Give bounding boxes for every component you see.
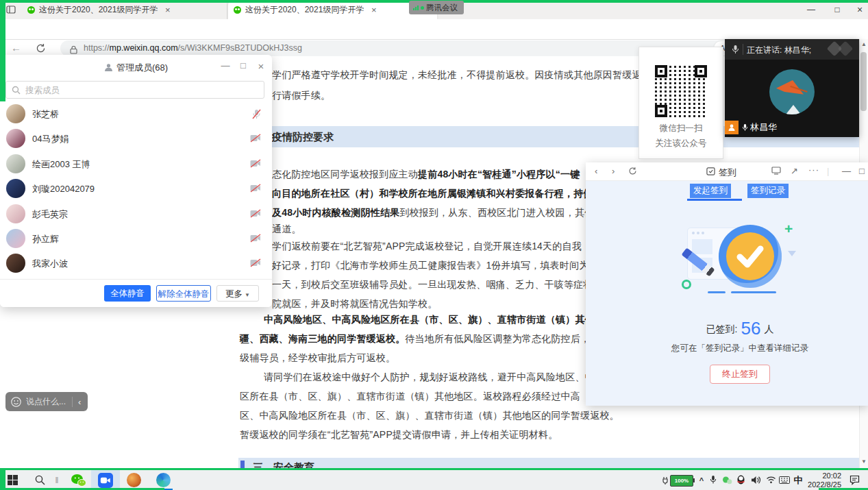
scrollbar-thumb[interactable] (860, 52, 867, 111)
article-line: 一天，到校后交至班级辅导员处。一旦出现发热、咽痛、乏力、干咳等症状， (272, 279, 603, 291)
qr-caption-line2: 关注该公众号 (639, 138, 723, 149)
battery-indicator[interactable]: 100% (670, 475, 693, 487)
tray-volume-icon[interactable] (751, 476, 761, 485)
tray-wechat-icon[interactable] (722, 476, 732, 485)
camera-off-icon[interactable] (250, 234, 261, 243)
signin-toolbar: ‹ › 签到 ↗ ··· | — □ (586, 162, 868, 181)
emoji-icon[interactable] (11, 397, 21, 407)
tray-expand-chevron[interactable]: ^ (696, 470, 707, 490)
member-row[interactable]: 绘画2003 王博 (0, 151, 272, 176)
speaker-avatar (769, 69, 815, 114)
back-icon[interactable]: ← (11, 42, 21, 53)
member-name: 彭毛英宗 (32, 208, 68, 221)
maximize-icon[interactable]: □ (859, 166, 865, 176)
tab-close-icon[interactable]: × (371, 5, 377, 14)
meeting-status-pill[interactable]: 腾讯会议 (409, 1, 464, 14)
refresh-icon[interactable] (36, 43, 46, 53)
back-icon[interactable]: ‹ (595, 166, 597, 176)
taskbar-edge-icon[interactable] (152, 470, 174, 490)
start-button[interactable] (3, 470, 22, 490)
taskbar-app-icon[interactable] (123, 470, 145, 490)
member-row[interactable]: 刘璇202042079 (0, 176, 272, 201)
article-line: 学们严格遵守学校开学时间规定，未经批准，不得提前返校。因疫情或其他原因暂缓返 (272, 69, 642, 82)
signed-count-line: 已签到:56人 (620, 318, 860, 339)
panel-maximize-button[interactable]: □ (236, 60, 250, 71)
tab-start-signin[interactable]: 发起签到 (690, 184, 731, 198)
browser-tab-1[interactable]: 这份关于2020、2021级同学开学 × (22, 0, 227, 19)
collapse-chevron-icon[interactable]: ‹ (78, 397, 81, 407)
chat-input-placeholder[interactable]: 说点什么... (26, 396, 66, 408)
camera-off-icon[interactable] (250, 159, 261, 168)
speaker-name-tag: 林昌华 (725, 121, 781, 134)
member-name: 张芝桥 (32, 108, 59, 121)
mute-all-button[interactable]: 全体静音 (104, 285, 151, 302)
mic-icon (742, 123, 748, 132)
article-line: 通道。 (272, 223, 301, 236)
scroll-up-icon[interactable]: ▲ (861, 41, 867, 47)
taskbar-clock[interactable]: 20:02 2022/8/25 (803, 471, 841, 489)
speaker-name: 林昌华 (750, 121, 777, 134)
article-line: 区所在县（市、区、旗）、直辖市街道（镇）其他地区。返校路程必须经过中高 (240, 391, 580, 403)
unmute-all-button[interactable]: 解除全体静音 (156, 285, 211, 302)
article-line: 态化防控地区同学返校报到应主动提前48小时在“智桂通”小程序以“一键 (272, 169, 580, 181)
refresh-icon[interactable] (628, 167, 637, 175)
wechat-favicon-icon (27, 6, 35, 14)
article-line: 中高风险地区、中高风险地区所在县（市、区、旗）、直辖市街道（镇）其他地 (264, 314, 604, 326)
taskbar-wechat-icon[interactable] (67, 470, 89, 490)
window-minimize-button[interactable]: — (799, 0, 823, 19)
member-avatar (6, 154, 25, 173)
status-dot (421, 6, 424, 10)
share-icon[interactable]: ↗ (791, 166, 798, 176)
member-row[interactable]: 04马梦娟 (0, 126, 272, 151)
tab-signin-records[interactable]: 签到记录 (747, 184, 789, 198)
action-center-icon[interactable] (850, 475, 860, 485)
url-text[interactable]: https://mp.weixin.qq.com/s/Wi3KKMF9sB2TU… (84, 43, 302, 53)
taskbar-divider: ‖ (53, 470, 60, 490)
more-options-icon[interactable]: ··· (808, 164, 819, 175)
member-avatar (6, 104, 25, 123)
tab-title: 这份关于2020、2021级同学开学 (245, 4, 366, 16)
camera-off-icon[interactable] (250, 209, 261, 218)
member-row[interactable]: 我家小波 (0, 251, 272, 275)
meeting-chat-bubble[interactable]: 说点什么... ‹ (5, 392, 88, 411)
article-line: 请同学们在返校途中做好个人防护，规划好返校路线，避开中高风险地区、中高 (264, 371, 604, 384)
article-line: 向目的地所在社区（村）和学校所在地所属银滩镇和兴村委报备行程，持健康 (272, 188, 603, 200)
divider (743, 44, 743, 55)
clock-time: 20:02 (803, 471, 841, 480)
member-row[interactable]: 孙立辉 (0, 226, 272, 251)
member-row[interactable]: 张芝桥 (0, 101, 272, 126)
taskbar-meeting-icon[interactable] (94, 470, 117, 490)
member-search-box[interactable] (5, 81, 264, 99)
tray-touch-keyboard-icon[interactable] (779, 476, 790, 484)
window-close-button[interactable]: × (848, 0, 868, 19)
camera-off-icon[interactable] (250, 134, 261, 143)
camera-off-icon[interactable] (250, 184, 261, 193)
meeting-pill-label: 腾讯会议 (426, 3, 458, 13)
tab-close-icon[interactable]: × (165, 5, 171, 14)
camera-off-icon[interactable] (250, 258, 261, 267)
tab-actions-icon[interactable] (5, 4, 19, 15)
cast-screen-icon[interactable] (771, 167, 781, 175)
scroll-down-icon[interactable]: ▼ (861, 458, 867, 465)
window-maximize-button[interactable]: □ (826, 0, 849, 19)
tab-title: 这份关于2020、2021级同学开学 (39, 4, 160, 16)
panel-close-button[interactable]: × (254, 60, 268, 72)
panel-minimize-button[interactable]: — (219, 60, 232, 71)
forward-icon[interactable]: › (612, 166, 615, 176)
tray-qq-icon[interactable] (736, 475, 745, 485)
meeting-video-window[interactable]: 正在讲话: 林昌华; 林昌华 (725, 39, 859, 137)
wechat-favicon-icon (234, 6, 241, 14)
mic-off-icon[interactable] (252, 109, 261, 119)
lock-icon[interactable] (70, 45, 77, 54)
active-tab-underline (687, 199, 742, 201)
member-search-input[interactable] (24, 85, 253, 96)
member-row[interactable]: 彭毛英宗 (0, 201, 272, 226)
stop-signin-button[interactable]: 终止签到 (710, 365, 770, 384)
minimize-icon[interactable]: — (842, 166, 851, 176)
browser-tab-2-active[interactable]: 这份关于2020、2021级同学开学 × (228, 0, 437, 19)
taskbar-search-button[interactable] (30, 470, 49, 490)
more-button[interactable]: 更多▼ (216, 285, 259, 302)
tray-mic-icon[interactable] (710, 475, 717, 485)
qr-code-panel: 微信扫一扫 关注该公众号 (638, 47, 723, 159)
tray-network-icon[interactable] (766, 476, 776, 484)
